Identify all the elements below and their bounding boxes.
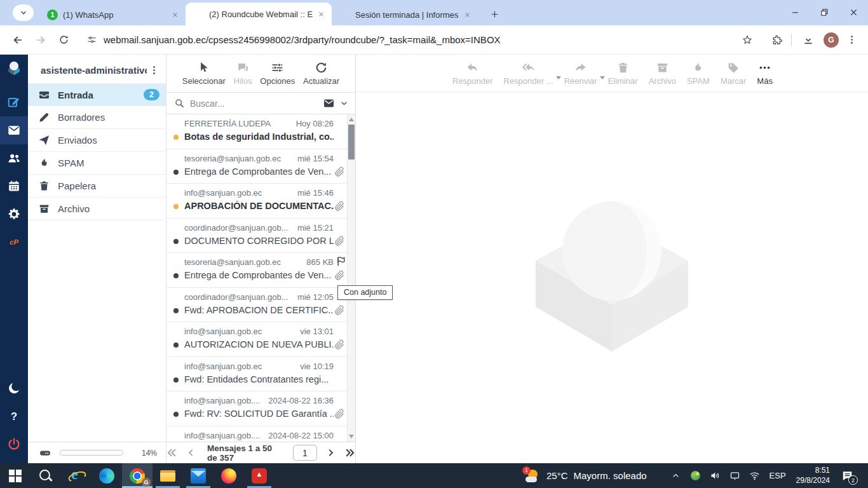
- message-row[interactable]: info@sanjuan.gob.ec vie 10:19 Fwd: Entid…: [166, 357, 355, 392]
- message-row[interactable]: tesoreria@sanjuan.gob.ec mié 15:54 Entre…: [166, 149, 355, 184]
- message-row[interactable]: FERRETERÍA LUDEPA Hoy 08:26 Botas de seg…: [166, 114, 355, 149]
- power[interactable]: [0, 430, 28, 458]
- tab-search-button[interactable]: [13, 4, 34, 21]
- message-row[interactable]: coordinador@sanjuan.gob... mié 15:21 DOC…: [166, 219, 355, 254]
- page-number-input[interactable]: [293, 445, 317, 461]
- archive[interactable]: Archivo: [649, 61, 676, 86]
- folder-item[interactable]: SPAM: [28, 152, 166, 175]
- cpanel[interactable]: [0, 228, 28, 256]
- help[interactable]: [0, 402, 28, 430]
- toolbar-button-label: Opciones: [260, 76, 295, 86]
- refresh[interactable]: Actualizar: [303, 61, 339, 86]
- url-text[interactable]: webmail.sanjuan.gob.ec/cpsess2456998002/…: [104, 34, 742, 45]
- tab-close-icon[interactable]: [461, 9, 473, 20]
- firefox[interactable]: [214, 463, 244, 488]
- tab-close-icon[interactable]: [169, 9, 180, 20]
- browser-tab[interactable]: Sesión terminada | Informes Me: [332, 4, 478, 25]
- edge[interactable]: [92, 463, 122, 488]
- trash[interactable]: Eliminar: [608, 61, 638, 86]
- forward-button[interactable]: [31, 30, 51, 50]
- threads[interactable]: Hilos: [234, 61, 252, 86]
- tray-expand-icon[interactable]: [668, 467, 684, 485]
- cursor[interactable]: Seleccionar: [182, 61, 226, 86]
- message-row[interactable]: info@sanjuan.gob.ec vie 13:01 AUTORIZACI…: [166, 322, 355, 357]
- gear[interactable]: [0, 200, 28, 228]
- back-button[interactable]: [8, 30, 28, 50]
- dropdown-caret-icon[interactable]: [600, 76, 605, 79]
- envelope[interactable]: [0, 116, 28, 144]
- folder-item[interactable]: Archivo: [28, 198, 166, 220]
- reply-all[interactable]: Responder ...: [504, 61, 553, 86]
- search[interactable]: [31, 463, 61, 488]
- compose[interactable]: [0, 88, 28, 116]
- browser-menu-icon[interactable]: [841, 30, 862, 50]
- browser-tab[interactable]: (2) Roundcube Webmail :: Entra: [186, 3, 332, 25]
- folder-item[interactable]: Papelera: [28, 175, 166, 198]
- calendar[interactable]: [0, 172, 28, 200]
- close-button[interactable]: [839, 0, 868, 24]
- roundcube-logo-icon[interactable]: [6, 60, 22, 77]
- message-row[interactable]: info@sanjuan.gob.ec mié 15:46 APROBACIÓN…: [166, 184, 355, 219]
- message-row[interactable]: tesoreria@sanjuan.gob.ec 865 KB Entrega …: [166, 253, 355, 288]
- folder-options-icon[interactable]: [147, 65, 161, 76]
- previous-page-button[interactable]: [186, 448, 196, 458]
- folder-item[interactable]: Borradores: [28, 106, 166, 129]
- start[interactable]: [0, 463, 31, 488]
- forward[interactable]: Reenviar: [564, 61, 597, 86]
- weather-widget[interactable]: 1 25°C Mayorm. soleado: [524, 463, 647, 488]
- acrobat[interactable]: [244, 463, 275, 488]
- message-row[interactable]: info@sanjuan.gob.... 2024-08-22 15:00: [166, 426, 355, 442]
- first-page-button[interactable]: [166, 447, 177, 458]
- language-indicator[interactable]: ESP: [767, 471, 789, 480]
- list-scrollbar[interactable]: [347, 114, 355, 442]
- internet-explorer[interactable]: [61, 463, 92, 488]
- chrome[interactable]: [122, 463, 153, 488]
- flame[interactable]: SPAM: [687, 61, 710, 86]
- moon[interactable]: [0, 374, 28, 402]
- volume-icon[interactable]: [708, 467, 723, 485]
- sliders[interactable]: Opciones: [260, 61, 295, 86]
- last-page-button[interactable]: [344, 447, 355, 458]
- folder-item[interactable]: Enviados: [28, 129, 166, 152]
- people[interactable]: [0, 144, 28, 172]
- reload-button[interactable]: [53, 30, 74, 50]
- minimize-button[interactable]: [780, 0, 810, 24]
- weather-icon: 1: [524, 468, 541, 484]
- profile-avatar[interactable]: G: [824, 32, 839, 48]
- message-subject: Fwd: RV: SOLICITUD DE Garantía ...: [184, 409, 334, 419]
- notification-badge: 2: [848, 475, 858, 485]
- wifi-icon[interactable]: [747, 467, 763, 485]
- scroll-down-icon[interactable]: [349, 435, 354, 438]
- pagination-label: Mensajes 1 a 50 de 357: [207, 444, 281, 463]
- notification-center-icon[interactable]: 2: [837, 467, 857, 485]
- dropdown-caret-icon[interactable]: [556, 76, 561, 79]
- next-page-button[interactable]: [326, 448, 336, 458]
- status-dot-icon: [173, 170, 179, 175]
- clock[interactable]: 8:51 29/8/2024: [793, 466, 833, 485]
- browser-tab[interactable]: 1 (1) WhatsApp: [39, 4, 186, 25]
- scrollbar-thumb[interactable]: [348, 125, 355, 159]
- tab-close-icon[interactable]: [315, 8, 327, 20]
- new-tab-button[interactable]: [485, 5, 503, 23]
- display-tray-icon[interactable]: [728, 467, 743, 485]
- search-input[interactable]: [190, 98, 323, 109]
- weather-condition: Mayorm. soleado: [574, 470, 647, 481]
- reply[interactable]: Responder: [452, 61, 493, 86]
- site-settings-icon[interactable]: [86, 34, 97, 45]
- message-row[interactable]: coordinador@sanjuan.gob... mié 12:05 Fwd…: [166, 288, 355, 323]
- downloads-icon[interactable]: [798, 30, 818, 50]
- restore-button[interactable]: [810, 0, 839, 24]
- address-bar[interactable]: webmail.sanjuan.gob.ec/cpsess2456998002/…: [80, 29, 759, 51]
- extensions-icon[interactable]: [767, 30, 787, 50]
- folder-item[interactable]: Entrada 2: [28, 83, 166, 106]
- search-options-chevron-icon[interactable]: [339, 98, 349, 108]
- bookmark-star-icon[interactable]: [742, 34, 753, 46]
- file-explorer[interactable]: [153, 463, 183, 488]
- tag[interactable]: Marcar: [721, 61, 746, 86]
- search-scope-icon[interactable]: [323, 97, 335, 109]
- message-row[interactable]: info@sanjuan.gob.... 2024-08-22 16:36 Fw…: [166, 391, 355, 426]
- dots[interactable]: Más: [757, 61, 773, 86]
- scroll-up-icon[interactable]: [349, 118, 354, 121]
- mail[interactable]: [183, 463, 214, 488]
- antivirus-tray-icon[interactable]: [688, 467, 703, 485]
